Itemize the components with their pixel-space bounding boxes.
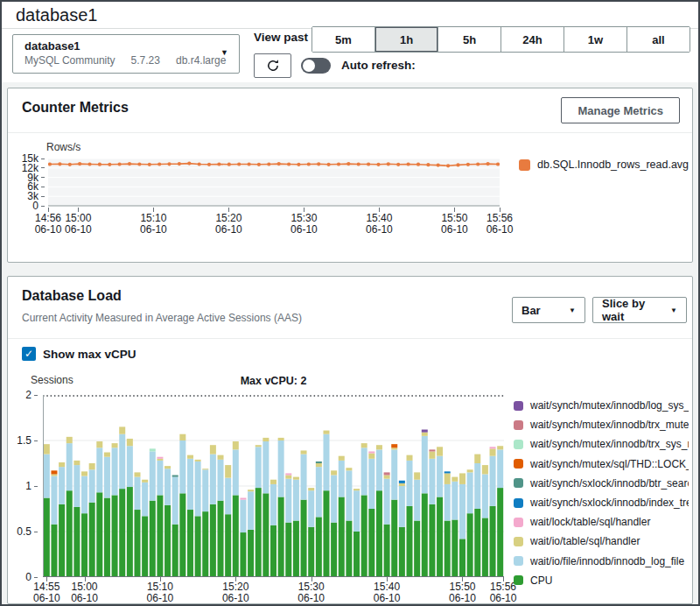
show-max-vcpu-label[interactable]: Show max vCPU bbox=[43, 348, 136, 361]
load-bar[interactable] bbox=[497, 446, 503, 577]
load-bar[interactable] bbox=[59, 462, 65, 577]
panel-divider bbox=[8, 338, 692, 339]
load-bar[interactable] bbox=[346, 468, 352, 577]
load-bar[interactable] bbox=[202, 469, 208, 577]
load-bar[interactable] bbox=[51, 470, 57, 577]
load-bar[interactable] bbox=[354, 489, 360, 577]
show-max-vcpu-checkbox[interactable]: ✓ bbox=[22, 347, 36, 361]
load-bar[interactable] bbox=[407, 455, 413, 577]
load-bar[interactable] bbox=[119, 426, 125, 577]
bar-segment-io_table bbox=[202, 469, 208, 469]
load-bar[interactable] bbox=[414, 472, 420, 577]
bar-segment-io_table bbox=[482, 465, 488, 474]
time-range-1h[interactable]: 1h bbox=[374, 27, 438, 52]
load-bar[interactable] bbox=[81, 471, 88, 577]
manage-metrics-button[interactable]: Manage Metrics bbox=[561, 97, 680, 123]
data-point bbox=[108, 163, 111, 166]
load-bar[interactable] bbox=[112, 443, 118, 577]
auto-refresh-toggle[interactable] bbox=[301, 58, 331, 74]
load-bar[interactable] bbox=[164, 466, 171, 577]
instance-engine: MySQL Community bbox=[24, 54, 116, 67]
load-bar[interactable] bbox=[293, 477, 299, 577]
load-bar[interactable] bbox=[195, 460, 201, 577]
load-bar[interactable] bbox=[262, 438, 269, 577]
load-bar[interactable] bbox=[444, 471, 451, 577]
bar-segment-log_file bbox=[96, 447, 102, 492]
load-bar[interactable] bbox=[391, 444, 397, 577]
load-bar[interactable] bbox=[248, 490, 254, 577]
bar-segment-io_table bbox=[407, 455, 413, 461]
load-bar[interactable] bbox=[429, 449, 435, 577]
time-range-24h[interactable]: 24h bbox=[500, 27, 564, 52]
load-bar[interactable] bbox=[278, 438, 284, 577]
load-bar[interactable] bbox=[150, 448, 156, 577]
bar-segment-cpu bbox=[361, 495, 368, 577]
database-load-chart[interactable] bbox=[43, 395, 504, 577]
load-bar[interactable] bbox=[210, 445, 216, 577]
bar-segment-log_file bbox=[112, 447, 118, 495]
load-bar[interactable] bbox=[96, 441, 102, 577]
load-bar[interactable] bbox=[490, 447, 496, 577]
counter-metrics-chart[interactable] bbox=[48, 155, 500, 208]
refresh-button[interactable] bbox=[254, 53, 291, 78]
time-range-all[interactable]: all bbox=[626, 27, 690, 52]
load-bar[interactable] bbox=[142, 480, 148, 577]
load-bar[interactable] bbox=[474, 454, 480, 577]
bar-segment-cpu bbox=[150, 501, 156, 577]
bar-segment-cpu bbox=[187, 510, 193, 577]
slice-by-dropdown[interactable]: Slice by wait ▼ bbox=[592, 297, 687, 323]
load-bar[interactable] bbox=[376, 445, 382, 577]
time-range-5m[interactable]: 5m bbox=[312, 27, 374, 52]
x-tick-date: 06-10 bbox=[215, 592, 256, 604]
load-bar[interactable] bbox=[323, 431, 329, 577]
load-bar[interactable] bbox=[74, 461, 80, 577]
time-range-5h[interactable]: 5h bbox=[438, 27, 500, 52]
load-bar[interactable] bbox=[459, 473, 466, 577]
load-bar[interactable] bbox=[104, 453, 110, 577]
load-bar[interactable] bbox=[308, 488, 314, 577]
load-bar[interactable] bbox=[482, 465, 488, 577]
load-bar[interactable] bbox=[301, 450, 307, 577]
load-bar[interactable] bbox=[127, 439, 133, 577]
load-bar[interactable] bbox=[66, 437, 73, 577]
load-bar[interactable] bbox=[134, 472, 140, 577]
load-bar[interactable] bbox=[157, 457, 163, 577]
load-bar[interactable] bbox=[218, 455, 224, 577]
instance-selector[interactable]: database1 MySQL Community 5.7.23 db.r4.l… bbox=[12, 34, 240, 74]
load-bar[interactable] bbox=[179, 434, 186, 577]
load-bar[interactable] bbox=[316, 462, 322, 577]
load-bar[interactable] bbox=[89, 463, 95, 577]
load-bar[interactable] bbox=[368, 451, 374, 577]
load-bar[interactable] bbox=[361, 443, 368, 577]
load-bar[interactable] bbox=[339, 456, 345, 577]
time-range-1w[interactable]: 1w bbox=[564, 27, 626, 52]
bar-segment-lock_table bbox=[157, 457, 163, 459]
data-point bbox=[416, 163, 420, 166]
load-bar[interactable] bbox=[233, 441, 239, 577]
load-bar[interactable] bbox=[256, 445, 262, 577]
legend-swatch-thd_lock bbox=[514, 459, 523, 469]
load-bar[interactable] bbox=[285, 473, 291, 577]
load-bar[interactable] bbox=[225, 465, 231, 577]
chart-type-dropdown[interactable]: Bar ▼ bbox=[512, 297, 585, 323]
bar-segment-io_table bbox=[490, 448, 496, 455]
load-bar[interactable] bbox=[331, 470, 337, 577]
bar-segment-io_table bbox=[384, 476, 390, 479]
load-bar[interactable] bbox=[270, 480, 276, 577]
load-bar[interactable] bbox=[399, 481, 405, 577]
load-bar[interactable] bbox=[384, 472, 390, 577]
x-tick-date: 06-10 bbox=[284, 223, 324, 236]
bar-segment-log_file bbox=[51, 476, 57, 525]
load-bar[interactable] bbox=[422, 430, 428, 577]
bar-segment-io_table bbox=[225, 465, 231, 478]
load-bar[interactable] bbox=[187, 455, 193, 577]
load-bar[interactable] bbox=[467, 469, 473, 577]
load-bar[interactable] bbox=[437, 447, 443, 577]
bar-segment-io_table bbox=[414, 472, 420, 479]
data-point bbox=[198, 162, 201, 166]
load-bar[interactable] bbox=[44, 444, 50, 577]
load-bar[interactable] bbox=[452, 477, 458, 577]
load-bar[interactable] bbox=[240, 498, 246, 577]
load-bar[interactable] bbox=[172, 476, 178, 577]
bar-segment-cpu bbox=[270, 525, 276, 577]
